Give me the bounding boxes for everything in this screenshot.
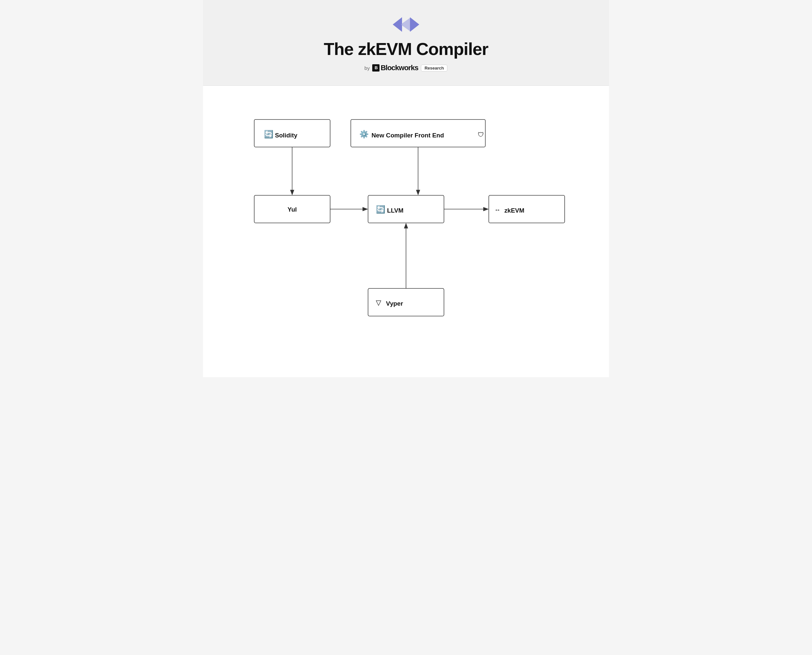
yul-label: Yul <box>288 206 297 213</box>
blockworks-name: Blockworks <box>380 64 418 72</box>
vyper-to-llvm-arrowhead <box>404 223 408 229</box>
by-label: by <box>364 65 370 71</box>
svg-marker-0 <box>393 17 402 32</box>
page-title: The zkEVM Compiler <box>210 39 602 59</box>
diagram-container: 🔄 Solidity ⚙️ New Compiler Front End 🛡 Y… <box>240 106 572 354</box>
svg-marker-1 <box>410 17 419 32</box>
solidity-icon: 🔄 <box>264 129 274 139</box>
compiler-diagram: 🔄 Solidity ⚙️ New Compiler Front End 🛡 Y… <box>240 106 572 354</box>
vyper-label: Vyper <box>386 300 403 307</box>
llvm-label: LLVM <box>387 207 404 214</box>
new-compiler-icon: ⚙️ <box>359 129 369 139</box>
diagram-section: 🔄 Solidity ⚙️ New Compiler Front End 🛡 Y… <box>203 86 609 377</box>
llvm-icon: 🔄 <box>376 204 386 214</box>
header-logo-icon <box>393 16 419 33</box>
page-wrapper: The zkEVM Compiler by B Blockworks Resea… <box>203 0 609 377</box>
compiler-to-llvm-arrowhead <box>416 190 420 195</box>
solidity-to-yul-arrowhead <box>290 190 294 195</box>
solidity-label: Solidity <box>275 132 297 139</box>
new-compiler-js-icon: 🛡 <box>478 131 484 138</box>
llvm-to-zkevm-arrowhead <box>483 207 489 211</box>
research-badge: Research <box>421 65 448 72</box>
blockworks-logo: B Blockworks <box>372 64 418 72</box>
zkevm-label: zkEVM <box>504 207 524 214</box>
blockworks-b-icon: B <box>372 64 380 72</box>
vyper-icon: ▽ <box>376 299 381 306</box>
zkevm-icon: ↔ <box>494 206 501 213</box>
header-byline: by B Blockworks Research <box>210 64 602 72</box>
new-compiler-label: New Compiler Front End <box>372 132 444 139</box>
header-section: The zkEVM Compiler by B Blockworks Resea… <box>203 0 609 86</box>
yul-to-llvm-arrowhead <box>363 207 368 211</box>
svg-marker-2 <box>401 18 410 31</box>
